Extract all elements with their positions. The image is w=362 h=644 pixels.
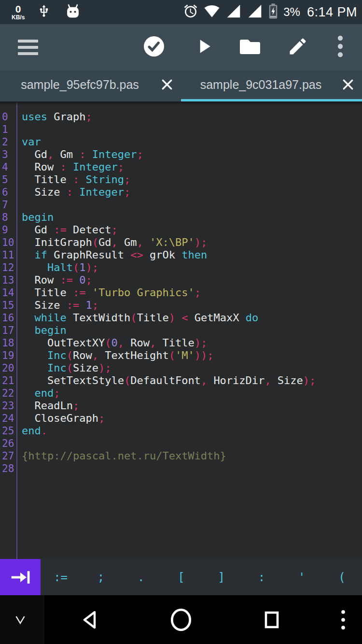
code-line[interactable]: 24 CloseGraph; — [0, 412, 362, 425]
symbol-key[interactable]: ( — [322, 559, 362, 595]
code-line[interactable]: 3 Gd, Gm : Integer; — [0, 148, 362, 161]
code-text: ReadLn; — [17, 400, 79, 412]
code-line[interactable]: 9 Gd := Detect; — [0, 224, 362, 236]
home-icon — [169, 607, 193, 633]
code-text: Inc(Size); — [17, 362, 111, 374]
code-line[interactable]: 5 Title : String; — [0, 173, 362, 186]
code-line[interactable]: 4 Row : Integer; — [0, 161, 362, 173]
symbol-key[interactable]: . — [121, 559, 161, 595]
symbol-key[interactable]: ' — [282, 559, 322, 595]
code-line[interactable]: 28 — [0, 462, 362, 475]
edit-button[interactable] — [282, 32, 313, 63]
battery-charging-icon — [268, 2, 278, 22]
symbol-bar: :=;.[]:'( — [0, 559, 362, 595]
recents-icon — [260, 608, 283, 632]
code-line[interactable]: 23 ReadLn; — [0, 400, 362, 412]
toolbar — [0, 24, 362, 70]
battery-percent: 3% — [283, 5, 300, 19]
line-number: 28 — [0, 462, 17, 475]
line-number: 15 — [0, 299, 17, 312]
symbol-key[interactable]: ; — [81, 559, 121, 595]
code-text: Row : Integer; — [17, 161, 124, 173]
recents-button[interactable] — [255, 603, 289, 637]
network-speed: 0 KB/s — [12, 4, 25, 20]
code-line[interactable]: 1 — [0, 123, 362, 136]
alarm-icon — [183, 3, 198, 21]
code-line[interactable]: 19 Inc(Row, TextHeight('M')); — [0, 349, 362, 362]
code-line[interactable]: 2var — [0, 136, 362, 148]
symbol-key[interactable]: [ — [161, 559, 201, 595]
code-line[interactable]: 18 OutTextXY(0, Row, Title); — [0, 337, 362, 349]
code-text: var — [17, 136, 41, 148]
code-text: Inc(Row, TextHeight('M')); — [17, 349, 213, 362]
code-line[interactable]: 15 Size := 1; — [0, 299, 362, 312]
line-number: 19 — [0, 349, 17, 362]
open-file-button[interactable] — [235, 32, 265, 63]
home-button[interactable] — [164, 603, 198, 637]
status-bar: 0 KB/s — [0, 0, 362, 24]
code-line[interactable]: 0uses Graph; — [0, 111, 362, 123]
code-line[interactable]: 22 end; — [0, 387, 362, 400]
run-button[interactable] — [188, 32, 219, 63]
code-text: uses Graph; — [17, 111, 92, 123]
symbol-key[interactable]: := — [41, 559, 81, 595]
status-right: 3% 6:14 PM — [183, 2, 357, 22]
tab-key-button[interactable] — [0, 559, 41, 595]
code-line[interactable]: 20 Inc(Size); — [0, 362, 362, 374]
check-button[interactable] — [139, 32, 169, 63]
menu-button[interactable] — [13, 32, 43, 63]
code-text: SetTextStyle(DefaultFont, HorizDir, Size… — [17, 374, 316, 387]
signal-icon — [225, 3, 242, 21]
line-number: 25 — [0, 425, 17, 437]
edit-icon — [287, 36, 308, 59]
close-tab-button[interactable] — [340, 76, 356, 93]
code-text — [17, 123, 22, 136]
status-left: 0 KB/s — [5, 2, 83, 22]
usb-icon — [37, 2, 51, 22]
code-text — [17, 437, 22, 450]
tab-sample-95efc97b[interactable]: sample_95efc97b.pas — [0, 70, 181, 101]
close-tab-button[interactable] — [159, 76, 175, 93]
hide-keyboard-button[interactable] — [3, 603, 37, 637]
wifi-icon — [203, 3, 221, 21]
code-line[interactable]: 12 Halt(1); — [0, 261, 362, 274]
code-line[interactable]: 8begin — [0, 211, 362, 224]
code-line[interactable]: 13 Row := 0; — [0, 274, 362, 286]
back-button[interactable] — [73, 603, 107, 637]
code-line[interactable]: 26 — [0, 437, 362, 450]
code-editor[interactable]: 0uses Graph;12var3 Gd, Gm : Integer;4 Ro… — [0, 101, 362, 559]
play-icon — [193, 36, 214, 59]
code-area[interactable]: 0uses Graph;12var3 Gd, Gm : Integer;4 Ro… — [0, 111, 362, 475]
code-line[interactable]: 7 — [0, 199, 362, 211]
folder-icon — [238, 35, 262, 60]
line-number: 17 — [0, 324, 17, 337]
nav-bar — [0, 595, 362, 644]
code-line[interactable]: 25end. — [0, 425, 362, 437]
line-number: 10 — [0, 236, 17, 249]
code-line[interactable]: 14 Title := 'Turbo Graphics'; — [0, 286, 362, 299]
symbol-key[interactable]: ] — [201, 559, 241, 595]
nav-overflow-button[interactable] — [326, 603, 360, 637]
code-text — [17, 462, 22, 475]
line-number: 2 — [0, 136, 17, 148]
tab-sample-9c031a97[interactable]: sample_9c031a97.pas — [181, 70, 362, 101]
line-number: 18 — [0, 337, 17, 349]
code-line[interactable]: 10 InitGraph(Gd, Gm, 'X:\BP'); — [0, 236, 362, 249]
code-text: begin — [17, 211, 54, 224]
code-line[interactable]: 27{http://pascal.net.ru/TextWidth} — [0, 450, 362, 462]
code-line[interactable]: 11 if GraphResult <> grOk then — [0, 249, 362, 261]
line-number: 6 — [0, 186, 17, 199]
code-line[interactable]: 16 while TextWidth(Title) < GetMaxX do — [0, 312, 362, 324]
tab-label: sample_95efc97b.pas — [3, 78, 157, 92]
overflow-menu-button[interactable] — [325, 32, 356, 63]
code-text: end; — [17, 387, 60, 400]
code-line[interactable]: 21 SetTextStyle(DefaultFont, HorizDir, S… — [0, 374, 362, 387]
symbol-key[interactable]: : — [241, 559, 281, 595]
overflow-icon — [337, 35, 344, 60]
code-line[interactable]: 17 begin — [0, 324, 362, 337]
tab-bar: sample_95efc97b.pas sample_9c031a97.pas — [0, 70, 362, 101]
code-text: Row := 0; — [17, 274, 92, 286]
line-number: 3 — [0, 148, 17, 161]
code-line[interactable]: 6 Size : Integer; — [0, 186, 362, 199]
overflow-icon — [340, 609, 346, 630]
